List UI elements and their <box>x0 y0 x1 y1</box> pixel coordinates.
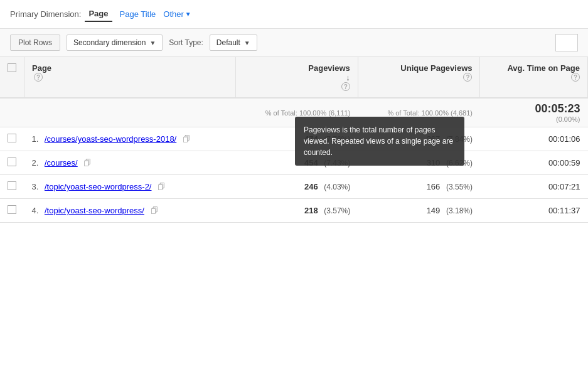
pageviews-pct-value: 100.00% <box>299 109 326 117</box>
copy-icon[interactable]: 🗍 <box>183 135 190 144</box>
pct-label-pageviews: % of Total: <box>265 109 297 117</box>
copy-icon[interactable]: 🗍 <box>151 206 158 215</box>
sort-type-label: Sort Type: <box>169 38 203 47</box>
secondary-dimension-dropdown[interactable]: Secondary dimension ▼ <box>67 35 163 51</box>
row-checkbox[interactable] <box>8 181 16 190</box>
unique-count: (4,681) <box>451 109 473 117</box>
row-unique-pageviews-pct: (3.55%) <box>446 183 473 191</box>
row-avg-time-cell: 00:07:21 <box>480 175 588 199</box>
secondary-dimension-label: Secondary dimension <box>73 38 146 47</box>
th-pageviews: Pageviews ↓ ? <box>236 57 358 98</box>
table-row: 2. /courses/ 🗍 454 (7.43%) 310 (6.62%) 0… <box>0 151 588 175</box>
row-page-link[interactable]: /topic/yoast-seo-wordpress-2/ <box>45 182 152 191</box>
copy-icon[interactable]: 🗍 <box>158 183 165 191</box>
row-avg-time: 00:00:59 <box>548 158 580 168</box>
row-page-cell: 1. /courses/yoast-seo-wordpress-2018/ 🗍 <box>24 127 236 151</box>
row-pageviews: 218 <box>304 206 318 215</box>
row-pageviews: 454 <box>304 158 318 168</box>
summary-avg-time-value: 00:05:23 <box>488 102 580 115</box>
summary-pageviews-cell: % of Total: 100.00% (6,111) <box>236 98 358 127</box>
row-pageviews-cell: 218 (3.57%) <box>236 199 358 223</box>
primary-dimension-label: Primary Dimension: <box>10 9 81 19</box>
primary-dimension-bar: Primary Dimension: Page Page Title Other… <box>0 0 588 29</box>
row-pageviews-cell: 246 (4.03%) <box>236 175 358 199</box>
summary-avg-time-cell: 00:05:23 (0.00%) <box>480 98 588 127</box>
row-unique-pageviews-cell: 310 (6.62%) <box>358 151 480 175</box>
row-unique-pageviews: 149 <box>427 206 441 215</box>
th-unique-pageviews: Unique Pageviews ? <box>358 57 480 98</box>
copy-icon[interactable]: 🗍 <box>83 159 91 168</box>
unique-pct-value: 100.00% <box>422 109 449 117</box>
th-checkbox <box>0 57 24 98</box>
row-unique-pageviews-cell: 149 (3.18%) <box>358 199 480 223</box>
row-num: 4. <box>32 206 39 215</box>
row-unique-pageviews: 367 <box>427 134 441 144</box>
sort-default-label: Default <box>216 38 240 47</box>
table-row: 4. /topic/yoast-seo-wordpress/ 🗍 218 (3.… <box>0 199 588 223</box>
tab-page[interactable]: Page <box>85 6 112 22</box>
row-page-cell: 3. /topic/yoast-seo-wordpress-2/ 🗍 <box>24 175 236 199</box>
row-checkbox-cell <box>0 127 24 151</box>
row-unique-pageviews-cell: 367 (7.84%) <box>358 127 480 151</box>
row-unique-pageviews: 166 <box>427 182 441 191</box>
row-unique-pageviews-pct: (3.18%) <box>446 206 473 215</box>
chevron-down-icon: ▼ <box>185 11 191 18</box>
row-unique-pageviews: 310 <box>427 158 441 168</box>
row-checkbox-cell <box>0 175 24 199</box>
th-pageviews-label: Pageviews <box>308 63 350 73</box>
summary-row: % of Total: 100.00% (6,111) % of Total: … <box>0 98 588 127</box>
th-page: Page ? <box>24 57 236 98</box>
pct-label-unique: % of Total: <box>387 109 419 117</box>
avg-time-help-icon[interactable]: ? <box>571 73 580 82</box>
tab-other[interactable]: Other ▼ <box>163 9 191 19</box>
row-avg-time: 00:11:37 <box>548 206 580 215</box>
row-unique-pageviews-pct: (7.84%) <box>446 135 473 144</box>
pageviews-count: (6,111) <box>328 109 350 117</box>
row-avg-time: 00:07:21 <box>548 182 580 191</box>
search-box[interactable] <box>555 34 578 51</box>
row-pageviews-pct: (4.03%) <box>324 183 350 191</box>
row-num: 2. <box>32 158 39 168</box>
row-page-link[interactable]: /topic/yoast-seo-wordpress/ <box>45 206 144 215</box>
table-header-row: Page ? Pageviews ↓ ? Unique Pageviews ? <box>0 57 588 98</box>
table-row: 1. /courses/yoast-seo-wordpress-2018/ 🗍 … <box>0 127 588 151</box>
row-checkbox-cell <box>0 199 24 223</box>
row-avg-time-cell: 00:01:06 <box>480 127 588 151</box>
row-num: 3. <box>32 182 39 191</box>
data-table: Page ? Pageviews ↓ ? Unique Pageviews ? <box>0 57 588 223</box>
row-num: 1. <box>32 134 39 144</box>
page-help-icon[interactable]: ? <box>34 73 43 82</box>
row-pageviews: 474 <box>304 134 318 144</box>
row-avg-time-cell: 00:00:59 <box>480 151 588 175</box>
row-page-cell: 4. /topic/yoast-seo-wordpress/ 🗍 <box>24 199 236 223</box>
row-unique-pageviews-pct: (6.62%) <box>446 159 473 168</box>
th-unique-pageviews-label: Unique Pageviews <box>400 63 472 73</box>
row-page-cell: 2. /courses/ 🗍 <box>24 151 236 175</box>
sort-type-dropdown[interactable]: Default ▼ <box>210 35 257 51</box>
tab-other-label: Other <box>163 9 184 19</box>
pageviews-help-icon[interactable]: ? <box>341 82 350 91</box>
row-pageviews-pct: (7.76%) <box>324 135 350 144</box>
row-checkbox[interactable] <box>8 205 16 214</box>
summary-avg-time-note: (0.00%) <box>488 115 580 123</box>
row-page-link[interactable]: /courses/yoast-seo-wordpress-2018/ <box>45 134 176 144</box>
plot-rows-button[interactable]: Plot Rows <box>10 35 60 51</box>
header-checkbox[interactable] <box>8 63 16 72</box>
row-page-link[interactable]: /courses/ <box>45 158 78 168</box>
row-pageviews-cell: 474 (7.76%) <box>236 127 358 151</box>
th-avg-time: Avg. Time on Page ? <box>480 57 588 98</box>
tab-page-title[interactable]: Page Title <box>116 7 160 21</box>
summary-checkbox-cell <box>0 98 24 127</box>
summary-page-cell <box>24 98 236 127</box>
toolbar: Plot Rows Secondary dimension ▼ Sort Typ… <box>0 29 588 57</box>
summary-unique-pageviews-pct: % of Total: 100.00% (4,681) <box>365 109 473 117</box>
row-checkbox[interactable] <box>8 134 16 142</box>
secondary-dimension-arrow-icon: ▼ <box>149 40 156 46</box>
row-checkbox[interactable] <box>8 157 16 166</box>
row-pageviews-pct: (7.43%) <box>324 159 350 168</box>
unique-pageviews-help-icon[interactable]: ? <box>463 73 472 82</box>
row-avg-time: 00:01:06 <box>548 134 580 144</box>
row-pageviews-pct: (3.57%) <box>324 206 350 215</box>
row-pageviews: 246 <box>304 182 318 191</box>
sort-down-icon: ↓ <box>346 73 350 82</box>
